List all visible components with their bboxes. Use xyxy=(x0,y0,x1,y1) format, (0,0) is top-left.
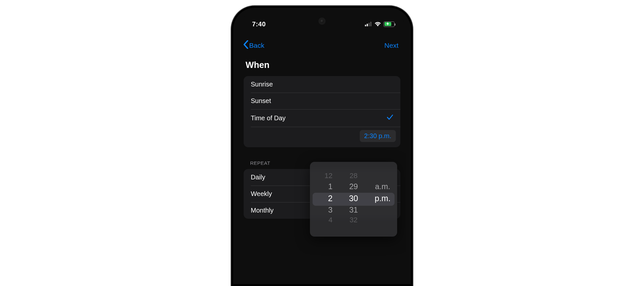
chevron-left-icon xyxy=(243,40,249,50)
picker-minute-item: 31 xyxy=(339,205,368,214)
picker-hour-item: 4 xyxy=(310,216,339,224)
checkmark-icon xyxy=(387,114,393,122)
picker-minute-item: 32 xyxy=(339,216,368,224)
picker-hour-item: 12 xyxy=(310,172,339,180)
when-option-label: Sunrise xyxy=(251,81,273,88)
time-row: 2:30 p.m. xyxy=(244,127,400,147)
picker-hour-item: 2 xyxy=(310,194,339,203)
phone-frame: 7:40 xyxy=(231,6,413,286)
when-option-time-of-day[interactable]: Time of Day xyxy=(244,109,400,127)
svg-rect-1 xyxy=(367,24,368,26)
status-time: 7:40 xyxy=(252,20,266,28)
screen: 7:40 xyxy=(238,12,406,280)
when-option-label: Sunset xyxy=(251,97,271,105)
when-option-sunset[interactable]: Sunset xyxy=(244,93,400,109)
picker-period-item: p.m. xyxy=(368,194,397,203)
battery-charging-icon xyxy=(383,21,395,27)
when-group: Sunrise Sunset Time of Day 2:30 p.m. xyxy=(244,76,400,147)
battery-fill xyxy=(384,22,392,26)
picker-period-column[interactable]: a.m. p.m. xyxy=(368,162,397,237)
picker-hour-column[interactable]: 12 1 2 3 4 xyxy=(310,162,339,237)
picker-hour-item: 3 xyxy=(310,205,339,214)
back-label: Back xyxy=(249,42,264,49)
status-indicators xyxy=(365,21,395,27)
when-option-sunrise[interactable]: Sunrise xyxy=(244,76,400,93)
page-title: When xyxy=(238,50,406,76)
back-button[interactable]: Back xyxy=(243,40,264,50)
picker-minute-column[interactable]: 28 29 30 31 32 xyxy=(339,162,368,237)
bolt-icon xyxy=(386,22,389,26)
nav-bar: Back Next xyxy=(238,29,406,50)
wifi-icon xyxy=(374,22,381,27)
picker-columns: 12 1 2 3 4 28 29 30 31 32 a.m. xyxy=(310,162,397,237)
when-option-label: Time of Day xyxy=(251,114,286,122)
svg-rect-2 xyxy=(369,23,370,26)
picker-period-item: a.m. xyxy=(368,182,397,191)
svg-rect-0 xyxy=(365,25,366,26)
time-chip[interactable]: 2:30 p.m. xyxy=(360,130,396,142)
repeat-option-label: Weekly xyxy=(251,190,272,198)
time-picker[interactable]: 12 1 2 3 4 28 29 30 31 32 a.m. xyxy=(310,162,397,237)
picker-minute-item: 28 xyxy=(339,172,368,180)
picker-minute-item: 30 xyxy=(339,194,368,203)
cellular-signal-icon xyxy=(365,22,372,26)
next-button[interactable]: Next xyxy=(384,42,398,49)
repeat-option-label: Monthly xyxy=(251,207,274,214)
front-camera-icon xyxy=(318,18,326,25)
picker-hour-item: 1 xyxy=(310,182,339,191)
svg-rect-3 xyxy=(370,22,372,26)
picker-minute-item: 29 xyxy=(339,182,368,191)
phone-bezel: 7:40 xyxy=(233,8,411,284)
repeat-option-label: Daily xyxy=(251,174,265,181)
